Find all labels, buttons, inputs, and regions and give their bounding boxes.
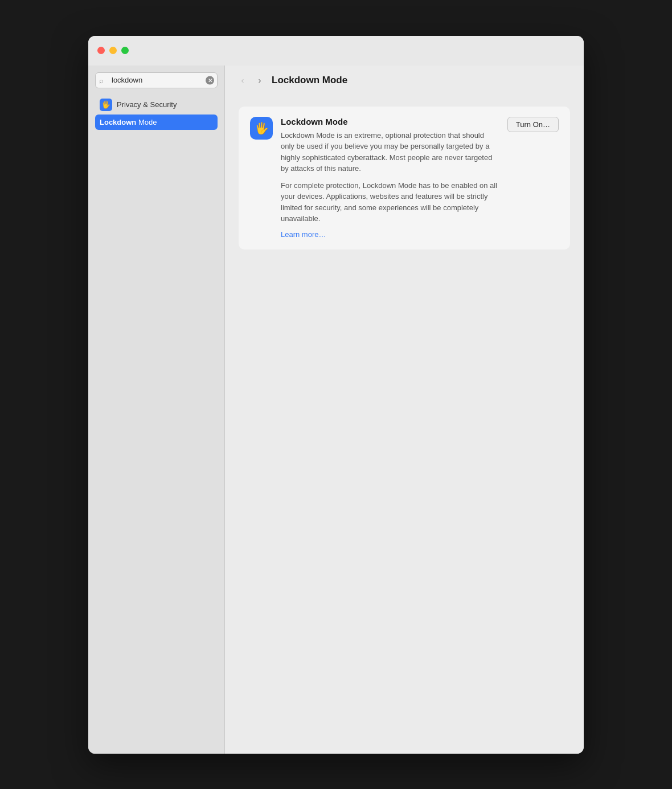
sidebar-item-label: Privacy & Security [117, 100, 177, 109]
sidebar: ⌕ ✕ 🖐 Privacy & Security Lockdown Mode [88, 66, 225, 754]
search-clear-button[interactable]: ✕ [206, 76, 214, 84]
card-description-1: Lockdown Mode is an extreme, optional pr… [281, 130, 499, 174]
forward-button[interactable]: › [253, 74, 266, 87]
sidebar-item-lockdown-mode[interactable]: Lockdown Mode [95, 115, 218, 130]
traffic-lights [97, 47, 129, 54]
back-icon: ‹ [241, 75, 244, 85]
turn-on-button[interactable]: Turn On… [507, 117, 559, 132]
forward-icon: › [259, 75, 261, 85]
sidebar-item-privacy-security[interactable]: 🖐 Privacy & Security [95, 95, 218, 115]
search-icon: ⌕ [99, 76, 104, 84]
search-container: ⌕ ✕ [95, 72, 218, 88]
main-content: 🖐 Lockdown Mode Lockdown Mode is an extr… [225, 95, 584, 261]
learn-more-link[interactable]: Learn more… [281, 230, 326, 239]
content-area: ⌕ ✕ 🖐 Privacy & Security Lockdown Mode [88, 66, 584, 754]
minimize-button[interactable] [109, 47, 117, 54]
lockdown-mode-card: 🖐 Lockdown Mode Lockdown Mode is an extr… [239, 107, 570, 250]
main-panel: ‹ › Lockdown Mode 🖐 Lockdown Mode [225, 66, 584, 754]
close-button[interactable] [97, 47, 105, 54]
card-title: Lockdown Mode [281, 117, 499, 126]
titlebar [88, 36, 584, 66]
back-button[interactable]: ‹ [236, 74, 249, 87]
page-title: Lockdown Mode [272, 75, 347, 86]
lockdown-mode-icon: 🖐 [250, 117, 273, 140]
privacy-security-icon: 🖐 [100, 99, 112, 111]
sidebar-item-label: Lockdown Mode [100, 118, 157, 126]
main-header: ‹ › Lockdown Mode [225, 66, 584, 95]
search-input[interactable] [95, 72, 218, 88]
card-body: Lockdown Mode Lockdown Mode is an extrem… [281, 117, 499, 239]
hand-stop-icon: 🖐 [255, 121, 269, 135]
card-description-2: For complete protection, Lockdown Mode h… [281, 180, 499, 224]
app-window: ⌕ ✕ 🖐 Privacy & Security Lockdown Mode [88, 36, 584, 754]
maximize-button[interactable] [121, 47, 129, 54]
